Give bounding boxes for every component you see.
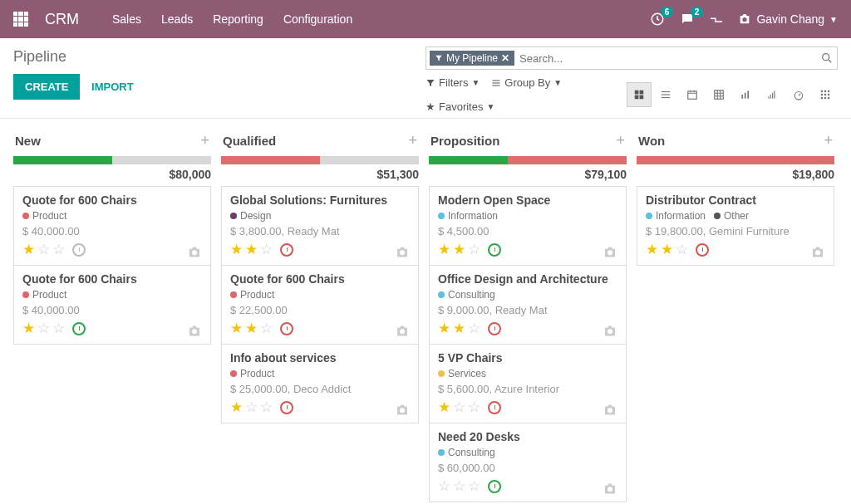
view-list-button[interactable] (653, 82, 678, 107)
priority-stars[interactable]: ★★☆ (230, 320, 410, 337)
view-cohort-button[interactable] (760, 82, 785, 107)
star-icon[interactable]: ☆ (676, 241, 688, 258)
kanban-progress-bar[interactable] (429, 156, 627, 164)
kanban-progress-bar[interactable] (221, 156, 419, 164)
star-icon[interactable]: ☆ (260, 241, 273, 258)
activity-indicator-icon[interactable] (280, 243, 293, 257)
attachment-camera-icon[interactable] (395, 246, 410, 258)
attachment-camera-icon[interactable] (603, 404, 617, 416)
attachment-camera-icon[interactable] (395, 404, 410, 416)
activity-indicator-icon[interactable] (488, 480, 501, 493)
activity-indicator-icon[interactable] (72, 322, 86, 335)
kanban-progress-bar[interactable] (13, 156, 211, 164)
activity-indicator-icon[interactable] (280, 322, 293, 335)
attachment-camera-icon[interactable] (603, 325, 617, 337)
priority-stars[interactable]: ★★☆ (646, 241, 825, 258)
kanban-card[interactable]: Office Design and ArchitectureConsulting… (429, 265, 627, 345)
create-button[interactable]: CREATE (13, 74, 80, 100)
import-button[interactable]: IMPORT (91, 81, 134, 93)
star-icon[interactable]: ★ (661, 241, 673, 258)
user-menu[interactable]: Gavin Chang ▼ (738, 12, 838, 26)
view-dashboard-button[interactable] (786, 82, 811, 107)
star-icon[interactable]: ☆ (468, 477, 480, 495)
activity-clock-icon[interactable]: 6 (650, 12, 665, 27)
view-pivot-button[interactable] (706, 82, 731, 107)
kanban-card[interactable]: Modern Open SpaceInformation$ 4,500.00★★… (429, 186, 627, 266)
kanban-quick-create-button[interactable]: + (200, 132, 209, 149)
nav-sales[interactable]: Sales (112, 12, 141, 26)
attachment-camera-icon[interactable] (603, 246, 617, 258)
kanban-card[interactable]: Quote for 600 ChairsProduct$ 40,000.00★☆… (13, 265, 211, 345)
search-box[interactable]: My Pipeline ✕ (426, 46, 838, 70)
star-icon[interactable]: ☆ (438, 477, 450, 495)
kanban-column-title[interactable]: New (15, 134, 41, 148)
attachment-camera-icon[interactable] (603, 482, 617, 495)
star-icon[interactable]: ☆ (468, 320, 480, 337)
attachment-camera-icon[interactable] (810, 246, 825, 258)
star-icon[interactable]: ★ (438, 241, 450, 258)
star-icon[interactable]: ☆ (37, 320, 50, 337)
priority-stars[interactable]: ★☆☆ (438, 399, 617, 416)
view-kanban-button[interactable] (627, 82, 652, 107)
star-icon[interactable]: ★ (245, 320, 258, 337)
groupby-button[interactable]: Group By ▼ (491, 76, 562, 89)
kanban-column-title[interactable]: Won (638, 134, 665, 148)
star-icon[interactable]: ★ (438, 320, 450, 337)
star-icon[interactable]: ★ (245, 241, 258, 258)
nav-leads[interactable]: Leads (161, 12, 193, 26)
debug-icon[interactable] (710, 12, 723, 26)
messages-icon[interactable]: 2 (680, 12, 695, 27)
star-icon[interactable]: ★ (22, 320, 35, 337)
star-icon[interactable]: ★ (22, 241, 35, 258)
apps-icon[interactable] (13, 12, 28, 27)
star-icon[interactable]: ★ (230, 399, 243, 416)
kanban-quick-create-button[interactable]: + (616, 132, 625, 149)
star-icon[interactable]: ★ (453, 241, 465, 258)
priority-stars[interactable]: ★☆☆ (230, 399, 410, 416)
kanban-card[interactable]: Info about servicesProduct$ 25,000.00, D… (221, 344, 419, 423)
view-activity-button[interactable] (813, 82, 838, 107)
activity-indicator-icon[interactable] (488, 401, 501, 414)
star-icon[interactable]: ☆ (468, 241, 480, 258)
activity-indicator-icon[interactable] (280, 401, 293, 414)
kanban-card[interactable]: 5 VP ChairsServices$ 5,600.00, Azure Int… (429, 344, 627, 423)
kanban-progress-bar[interactable] (637, 156, 834, 164)
activity-indicator-icon[interactable] (696, 243, 709, 257)
filters-button[interactable]: Filters ▼ (426, 76, 480, 89)
view-graph-button[interactable] (733, 82, 758, 107)
kanban-column-title[interactable]: Proposition (430, 134, 499, 148)
kanban-column-title[interactable]: Qualified (223, 134, 276, 148)
kanban-card[interactable]: Quote for 600 ChairsProduct$ 40,000.00★☆… (13, 186, 211, 266)
star-icon[interactable]: ☆ (52, 241, 65, 258)
favorites-button[interactable]: ★ Favorites ▼ (426, 100, 623, 113)
priority-stars[interactable]: ★★☆ (438, 320, 617, 337)
star-icon[interactable]: ☆ (453, 399, 465, 416)
star-icon[interactable]: ☆ (468, 399, 480, 416)
nav-reporting[interactable]: Reporting (213, 12, 263, 26)
activity-indicator-icon[interactable] (488, 322, 501, 335)
star-icon[interactable]: ☆ (37, 241, 50, 258)
kanban-quick-create-button[interactable]: + (824, 132, 833, 149)
kanban-card[interactable]: Distributor ContractInformationOther$ 19… (637, 186, 834, 266)
search-input[interactable] (519, 52, 820, 65)
attachment-camera-icon[interactable] (187, 325, 202, 337)
priority-stars[interactable]: ★☆☆ (22, 241, 202, 258)
star-icon[interactable]: ☆ (260, 320, 273, 337)
star-icon[interactable]: ☆ (245, 399, 258, 416)
nav-configuration[interactable]: Configuration (283, 12, 352, 26)
priority-stars[interactable]: ★★☆ (438, 241, 617, 258)
kanban-card[interactable]: Quote for 600 ChairsProduct$ 22,500.00★★… (221, 265, 419, 345)
attachment-camera-icon[interactable] (395, 325, 410, 337)
star-icon[interactable]: ★ (230, 241, 243, 258)
star-icon[interactable]: ★ (438, 399, 450, 416)
star-icon[interactable]: ☆ (52, 320, 65, 337)
kanban-quick-create-button[interactable]: + (408, 132, 417, 149)
kanban-card[interactable]: Need 20 DesksConsulting$ 60,000.00☆☆☆ (429, 423, 627, 502)
star-icon[interactable]: ☆ (260, 399, 273, 416)
priority-stars[interactable]: ★★☆ (230, 241, 410, 258)
view-calendar-button[interactable] (680, 82, 705, 107)
priority-stars[interactable]: ★☆☆ (22, 320, 202, 337)
activity-indicator-icon[interactable] (488, 243, 501, 257)
activity-indicator-icon[interactable] (72, 243, 86, 257)
priority-stars[interactable]: ☆☆☆ (438, 477, 617, 495)
